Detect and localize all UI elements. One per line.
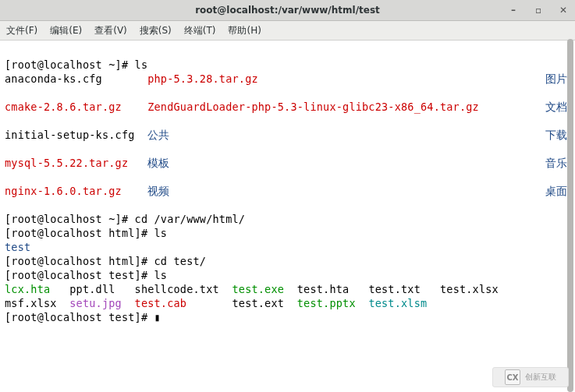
prompt: [root@localhost html]# (5, 255, 147, 267)
dir: test (5, 241, 30, 253)
file: ppt.dll (69, 283, 115, 295)
file: nginx-1.6.0.tar.gz (5, 185, 122, 197)
file: mysql-5.5.22.tar.gz (5, 157, 128, 169)
file: php-5.3.28.tar.gz (147, 72, 258, 85)
file: test.ext (232, 297, 284, 309)
file: test.exe (232, 283, 284, 295)
menu-file[interactable]: 文件(F) (5, 23, 39, 39)
file: test.xlsx (440, 283, 499, 295)
scrollbar[interactable] (566, 39, 575, 392)
dir: 模板 (147, 157, 169, 169)
maximize-button[interactable]: ▫ (530, 3, 547, 17)
titlebar: root@localhost:/var/www/html/test – ▫ ✕ (0, 0, 575, 21)
menubar: 文件(F) 编辑(E) 查看(V) 搜索(S) 终端(T) 帮助(H) (0, 21, 575, 41)
file: test.hta (297, 283, 350, 295)
window-controls: – ▫ ✕ (505, 0, 572, 20)
dir: 公共 (147, 129, 169, 141)
prompt: [root@localhost test]# (5, 269, 147, 281)
prompt: [root@localhost test]# (5, 311, 147, 323)
file: initial-setup-ks.cfg (5, 129, 135, 141)
file: ZendGuardLoader-php-5.3-linux-glibc23-x8… (147, 101, 479, 113)
file: test.txt (368, 283, 421, 295)
cmd-ls: ls (147, 269, 167, 281)
file: cmake-2.8.6.tar.gz (5, 101, 122, 113)
file: test.cab (135, 297, 187, 309)
cursor: ▮ (154, 311, 161, 323)
cmd-ls: ls (147, 227, 167, 239)
minimize-button[interactable]: – (505, 3, 522, 17)
file: anaconda-ks.cfg (5, 72, 102, 85)
menu-help[interactable]: 帮助(H) (226, 23, 262, 39)
file: test.pptx (297, 297, 356, 309)
cmd-cd: cd test/ (147, 255, 206, 267)
menu-term[interactable]: 终端(T) (183, 23, 218, 39)
file: msf.xlsx (5, 297, 57, 309)
close-button[interactable]: ✕ (555, 3, 572, 17)
menu-search[interactable]: 搜索(S) (138, 23, 173, 39)
menu-view[interactable]: 查看(V) (93, 23, 129, 39)
file: shellcode.txt (135, 283, 219, 295)
terminal[interactable]: [root@localhost ~]# ls anaconda-ks.cfg p… (0, 41, 575, 392)
prompt: [root@localhost ~]# (5, 58, 128, 71)
dir: 视频 (147, 185, 169, 197)
watermark: CX 创新互联 (492, 367, 569, 387)
menu-edit[interactable]: 编辑(E) (48, 23, 83, 39)
window-title: root@localhost:/var/www/html/test (0, 5, 575, 16)
watermark-logo-icon: CX (505, 369, 520, 385)
prompt: [root@localhost ~]# (5, 213, 128, 225)
file: test.xlsm (368, 297, 427, 309)
scrollbar-thumb[interactable] (567, 39, 573, 392)
cmd-cd: cd /var/www/html/ (128, 213, 245, 225)
cmd-ls: ls (128, 58, 147, 71)
file: lcx.hta (5, 283, 50, 295)
prompt: [root@localhost html]# (5, 227, 147, 239)
watermark-text: 创新互联 (525, 372, 556, 383)
file: setu.jpg (69, 297, 122, 309)
